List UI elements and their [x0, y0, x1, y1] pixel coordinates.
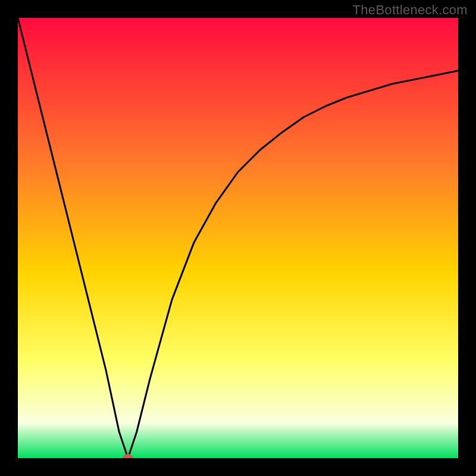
chart-frame: TheBottleneck.com [0, 0, 476, 476]
watermark-text: TheBottleneck.com [353, 2, 468, 18]
plot-area [18, 18, 458, 458]
chart-svg [18, 18, 458, 458]
